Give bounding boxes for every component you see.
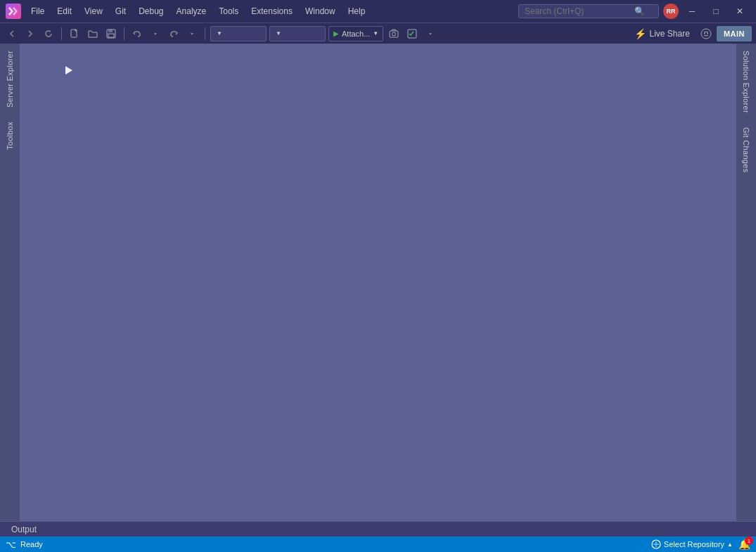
config-dropdown-arrow: ▼ — [217, 30, 222, 37]
status-branch-icon: ⌥ — [6, 539, 16, 550]
play-icon: ▶ — [333, 30, 339, 37]
svg-rect-2 — [108, 30, 113, 32]
svg-rect-4 — [390, 31, 398, 37]
live-share-icon: ⚡ — [634, 28, 646, 39]
config-dropdown[interactable]: ▼ — [210, 26, 267, 41]
status-bar: ⌥ Ready Select Repository ▲ 🔔 1 — [0, 537, 756, 552]
close-button[interactable]: ✕ — [729, 4, 750, 19]
search-icon: 🔍 — [634, 6, 645, 16]
separator-2 — [124, 27, 124, 40]
svg-point-5 — [392, 32, 396, 36]
svg-point-8 — [704, 32, 705, 34]
notification-badge: 1 — [745, 537, 753, 545]
title-bar: File Edit View Git Debug Analyze Tools E… — [0, 0, 756, 23]
feedback-button[interactable] — [698, 26, 714, 41]
right-sidebar: Solution Explorer Git Changes — [736, 44, 756, 521]
undo-button[interactable] — [129, 26, 145, 41]
platform-dropdown[interactable]: ▼ — [269, 26, 326, 41]
title-controls: RR ─ □ ✕ — [663, 4, 750, 19]
status-ready: Ready — [20, 540, 43, 548]
main-button[interactable]: MAIN — [717, 26, 752, 41]
svg-point-9 — [707, 32, 708, 34]
output-tab[interactable]: Output — [7, 523, 41, 536]
screenshot-button[interactable] — [386, 26, 402, 41]
attach-button[interactable]: ▶ Attach... ▼ — [328, 26, 383, 41]
forward-button[interactable] — [23, 26, 38, 41]
live-share-label: Live Share — [650, 29, 690, 39]
select-repository-button[interactable]: Select Repository ▲ — [651, 539, 733, 549]
status-right: Select Repository ▲ 🔔 1 — [651, 539, 750, 550]
refresh-button[interactable] — [41, 26, 56, 41]
menu-extensions[interactable]: Extensions — [245, 4, 298, 19]
attach-label: Attach... — [342, 30, 370, 38]
menu-window[interactable]: Window — [300, 4, 341, 19]
sidebar-item-server-explorer[interactable]: Server Explorer — [1, 44, 18, 115]
avatar[interactable]: RR — [663, 4, 679, 19]
sidebar-item-git-changes[interactable]: Git Changes — [738, 120, 755, 179]
menu-git[interactable]: Git — [110, 4, 132, 19]
menu-tools[interactable]: Tools — [213, 4, 244, 19]
menu-view[interactable]: View — [79, 4, 108, 19]
attach-dropdown-arrow: ▼ — [373, 30, 378, 37]
menu-bar: File Edit View Git Debug Analyze Tools E… — [25, 4, 514, 19]
undo-arrow[interactable] — [148, 26, 163, 41]
repo-label: Select Repository — [664, 540, 724, 548]
diagnostics-button[interactable] — [404, 26, 420, 41]
notifications-button[interactable]: 🔔 1 — [738, 539, 750, 550]
back-button[interactable] — [4, 26, 20, 41]
output-bar: Output — [0, 521, 756, 537]
menu-debug[interactable]: Debug — [133, 4, 169, 19]
separator-1 — [61, 27, 62, 40]
platform-dropdown-arrow: ▼ — [276, 30, 281, 37]
separator-3 — [205, 27, 205, 40]
restore-button[interactable]: □ — [705, 4, 726, 19]
toolbar: ▼ ▼ ▶ Attach... ▼ ⚡ Live Share MAIN — [0, 23, 756, 44]
save-button[interactable] — [103, 26, 119, 41]
status-left: ⌥ Ready — [6, 539, 43, 550]
repo-arrow: ▲ — [727, 541, 733, 548]
sidebar-item-solution-explorer[interactable]: Solution Explorer — [738, 44, 755, 120]
live-share-button[interactable]: ⚡ Live Share — [629, 27, 696, 41]
app-logo — [6, 4, 21, 19]
new-file-button[interactable] — [67, 26, 82, 41]
title-search-box[interactable]: 🔍 — [518, 4, 659, 18]
toolbar-extra — [423, 26, 438, 41]
svg-point-7 — [701, 29, 711, 39]
editor-area[interactable] — [20, 44, 736, 521]
svg-rect-3 — [108, 34, 114, 37]
left-sidebar: Server Explorer Toolbox — [0, 44, 20, 521]
main-area: Server Explorer Toolbox Solution Explore… — [0, 44, 756, 521]
sidebar-item-toolbox[interactable]: Toolbox — [1, 115, 18, 157]
search-input[interactable] — [525, 6, 630, 16]
menu-analyze[interactable]: Analyze — [171, 4, 212, 19]
open-folder-button[interactable] — [85, 26, 101, 41]
redo-arrow[interactable] — [184, 26, 200, 41]
redo-button[interactable] — [166, 26, 181, 41]
menu-file[interactable]: File — [25, 4, 50, 19]
minimize-button[interactable]: ─ — [681, 4, 703, 19]
menu-help[interactable]: Help — [342, 4, 371, 19]
menu-edit[interactable]: Edit — [51, 4, 77, 19]
